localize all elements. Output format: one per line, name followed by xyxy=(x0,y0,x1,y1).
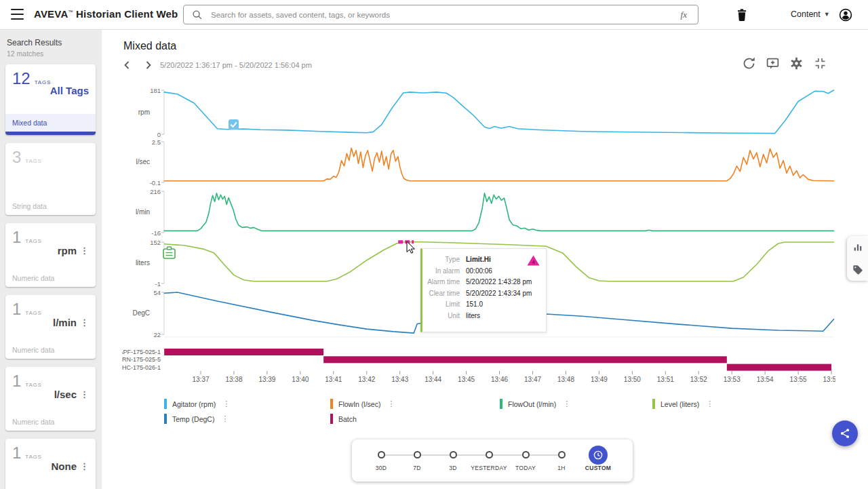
batch-bar xyxy=(323,356,727,363)
legend-label: Level (liters) xyxy=(660,400,699,408)
previous-range-button[interactable] xyxy=(122,60,133,71)
svg-text:liters: liters xyxy=(136,259,150,267)
batch-label: CHC-175-026-1 xyxy=(122,364,161,371)
check-annotation-icon xyxy=(229,119,239,130)
duration-option-label[interactable]: CUSTOM xyxy=(585,465,611,471)
duration-option-7d[interactable] xyxy=(414,451,421,458)
card-menu-kebab[interactable]: ⋮ xyxy=(79,317,90,328)
chevron-down-icon: ▼ xyxy=(824,11,830,18)
tooltip-value: 00:00:06 xyxy=(466,267,539,275)
svg-text:13:51: 13:51 xyxy=(657,376,674,383)
svg-text:13:48: 13:48 xyxy=(557,376,574,383)
legend-item-level-liters-[interactable]: Level (liters)⋮ xyxy=(652,399,713,409)
legend-item-batch[interactable]: Batch xyxy=(330,414,357,424)
time-range-label: 5/20/2022 1:36:17 pm - 5/20/2022 1:56:04… xyxy=(160,61,312,69)
card-menu-kebab[interactable]: ⋮ xyxy=(79,246,90,256)
duration-option-custom[interactable] xyxy=(589,446,608,465)
tooltip-label: Limit xyxy=(427,300,466,308)
tag-count-label: TAGS xyxy=(25,454,41,460)
legend-item-temp-degc-[interactable]: Temp (DegC)⋮ xyxy=(164,414,229,424)
card-menu-kebab[interactable]: ⋮ xyxy=(79,461,90,471)
tag-count: 12 xyxy=(12,69,31,88)
legend-menu-kebab[interactable]: ⋮ xyxy=(221,414,229,423)
tag-count-label: TAGS xyxy=(25,310,41,316)
svg-text:13:47: 13:47 xyxy=(524,376,541,383)
svg-text:-16: -16 xyxy=(151,229,161,237)
legend-menu-kebab[interactable]: ⋮ xyxy=(222,399,230,408)
tag-group-card-l-sec[interactable]: 1TAGSl/sec⋮Numeric data xyxy=(5,367,96,431)
duration-option-3d[interactable] xyxy=(450,451,457,458)
legend-menu-kebab[interactable]: ⋮ xyxy=(706,399,713,408)
trash-icon[interactable] xyxy=(734,7,749,22)
tag-group-card-string-data[interactable]: 3TAGSString data xyxy=(5,143,96,215)
tag-count: 1 xyxy=(12,444,21,463)
alarm-triangle-icon: 4 xyxy=(527,255,540,266)
series-flowin xyxy=(164,148,833,181)
legend-label: Temp (DegC) xyxy=(172,415,214,423)
card-title: All Tags xyxy=(50,85,89,96)
card-footer: Numeric data xyxy=(12,418,54,426)
duration-option-label[interactable]: YESTERDAY xyxy=(471,465,507,471)
svg-text:DegC: DegC xyxy=(132,309,150,317)
svg-text:13:52: 13:52 xyxy=(690,376,707,383)
batch-bar xyxy=(727,364,831,371)
duration-option-30d[interactable] xyxy=(378,451,385,458)
tag-group-card-l-min[interactable]: 1TAGSl/min⋮Numeric data xyxy=(5,295,96,359)
refresh-icon[interactable] xyxy=(742,56,756,71)
content-menu-dropdown[interactable]: Content▼ xyxy=(791,9,830,19)
duration-option-yesterday[interactable] xyxy=(486,451,493,458)
menu-icon[interactable] xyxy=(11,9,24,20)
bar-chart-icon xyxy=(852,242,863,253)
svg-text:22: 22 xyxy=(153,331,161,338)
tooltip-label: Unit xyxy=(427,312,466,319)
tooltip-label: Alarm time xyxy=(427,278,466,286)
top-app-bar: AVEVA™ Historian Client Web fx Content▼ xyxy=(0,0,868,30)
account-icon[interactable] xyxy=(838,7,853,22)
svg-text:13:54: 13:54 xyxy=(757,376,774,383)
app-title: AVEVA™ Historian Client Web xyxy=(34,8,178,20)
duration-option-label[interactable]: 30D xyxy=(376,465,387,471)
global-search[interactable]: fx xyxy=(183,5,698,24)
share-icon xyxy=(839,427,851,439)
note-annotation-icon xyxy=(163,247,175,258)
duration-option-label[interactable]: TODAY xyxy=(515,465,536,471)
batch-bar xyxy=(164,349,323,355)
share-button[interactable] xyxy=(832,420,858,446)
tag-group-card-rpm[interactable]: 1TAGSrpm⋮Numeric data xyxy=(5,223,96,287)
tag-count: 1 xyxy=(12,228,21,247)
duration-option-label[interactable]: 7D xyxy=(413,465,420,471)
svg-text:181: 181 xyxy=(150,87,161,94)
legend-menu-kebab[interactable]: ⋮ xyxy=(563,399,570,408)
tag-group-card-none[interactable]: 1TAGSNone⋮ xyxy=(5,439,96,489)
svg-text:l/min: l/min xyxy=(136,208,150,216)
legend-label: Agitator (rpm) xyxy=(172,400,216,408)
legend-item-flowout-l-min-[interactable]: FlowOut (l/min)⋮ xyxy=(500,399,570,409)
svg-text:l/sec: l/sec xyxy=(136,158,150,165)
collapse-icon[interactable] xyxy=(813,56,827,71)
svg-text:-0.1: -0.1 xyxy=(150,179,161,187)
duration-option-label[interactable]: 3D xyxy=(449,465,456,471)
tags-panel-button[interactable] xyxy=(847,258,868,281)
duration-option-label[interactable]: 1H xyxy=(557,465,565,471)
batch-label: APF-175-025-1 xyxy=(122,349,161,355)
legend-item-agitator-rpm-[interactable]: Agitator (rpm)⋮ xyxy=(164,399,230,409)
duration-option-today[interactable] xyxy=(522,451,530,458)
svg-text:13:53: 13:53 xyxy=(724,376,741,383)
expression-fx-icon[interactable]: fx xyxy=(678,9,690,20)
tooltip-label: In alarm xyxy=(427,267,466,275)
duration-option-1h[interactable] xyxy=(558,451,566,458)
card-menu-kebab[interactable]: ⋮ xyxy=(79,389,90,399)
svg-text:152: 152 xyxy=(150,239,161,246)
trend-chart[interactable]: 1810rpm2.5-0.1l/sec216-16l/min152-1liter… xyxy=(122,75,835,388)
chart-panel-button[interactable] xyxy=(847,236,868,258)
settings-gear-icon[interactable] xyxy=(789,56,804,71)
add-annotation-icon[interactable] xyxy=(766,56,780,71)
card-footer[interactable]: Mixed data xyxy=(5,114,96,132)
svg-text:rpm: rpm xyxy=(138,109,150,116)
clock-icon xyxy=(593,450,604,461)
tag-group-card-all-tags[interactable]: 12TAGSAll TagsMixed data xyxy=(5,64,96,135)
legend-item-flowin-l-sec-[interactable]: FlowIn (l/sec)⋮ xyxy=(330,399,395,409)
search-input[interactable] xyxy=(210,10,678,20)
legend-menu-kebab[interactable]: ⋮ xyxy=(387,399,395,408)
next-range-button[interactable] xyxy=(142,60,153,71)
